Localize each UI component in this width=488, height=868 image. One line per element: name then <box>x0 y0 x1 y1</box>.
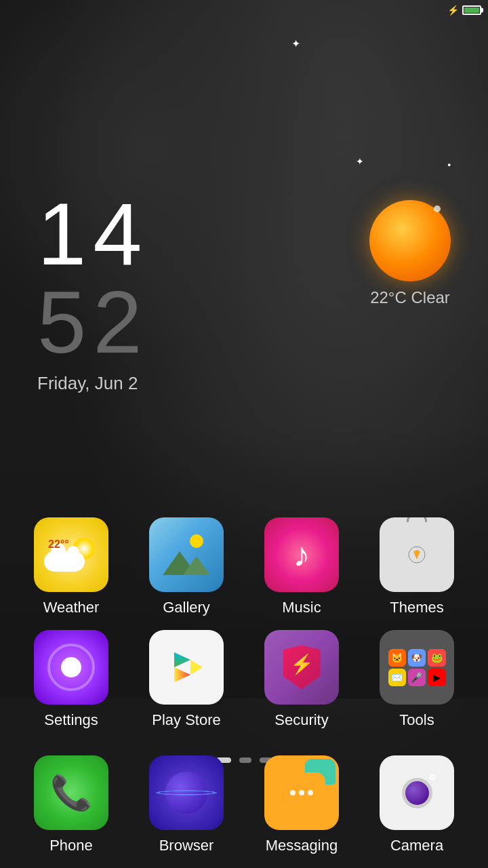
svg-marker-2 <box>174 667 190 682</box>
security-shield-graphic: ⚡ <box>283 646 321 690</box>
app-settings[interactable]: Settings <box>22 630 121 729</box>
gallery-app-label: Gallery <box>163 599 210 616</box>
playstore-triangle-svg <box>166 647 207 688</box>
playstore-inner <box>159 640 214 694</box>
status-bar: ⚡ <box>407 0 488 20</box>
battery-fill <box>464 7 479 13</box>
messaging-dots <box>290 790 313 795</box>
camera-lens <box>402 778 432 808</box>
app-grid: 22°° Weather Gallery ♪ Music <box>0 517 488 743</box>
clock-section: 14 52 Friday, Jun 2 <box>37 190 149 394</box>
star-3: ● <box>447 161 451 168</box>
shirt-sleeve-right <box>434 533 451 549</box>
security-app-icon: ⚡ <box>264 630 339 705</box>
tool-cell-3: 🐸 <box>428 649 445 667</box>
dock: 📞 Phone Browser <box>0 755 488 854</box>
app-music[interactable]: ♪ Music <box>253 517 351 616</box>
settings-inner-circle <box>61 657 81 677</box>
messaging-orange-bubble <box>278 772 325 813</box>
playstore-app-label: Play Store <box>152 711 221 729</box>
settings-app-label: Settings <box>44 711 98 729</box>
tool-cell-2: 🐶 <box>408 649 426 667</box>
app-tools[interactable]: 🐱 🐶 🐸 ✉️ 🎤 ▶ Tools <box>368 630 466 729</box>
shirt-collar <box>409 530 424 538</box>
messaging-app-label: Messaging <box>266 837 338 854</box>
dock-phone[interactable]: 📞 Phone <box>22 755 121 854</box>
app-themes[interactable]: Themes <box>368 517 466 616</box>
weather-cloud-shape <box>44 551 85 572</box>
messaging-app-icon <box>264 755 339 830</box>
dock-row: 📞 Phone Browser <box>14 755 474 854</box>
security-app-label: Security <box>274 711 328 729</box>
tool-cell-1: 🐱 <box>388 649 406 667</box>
app-playstore[interactable]: Play Store <box>138 630 236 729</box>
playstore-app-icon <box>149 630 224 705</box>
themes-shirt-graphic <box>390 528 444 582</box>
tools-app-label: Tools <box>399 711 434 729</box>
browser-planet-ring <box>156 790 217 795</box>
weather-sun-icon <box>369 200 451 281</box>
themes-app-label: Themes <box>390 599 443 616</box>
tool-cell-6: ▶ <box>428 669 445 686</box>
svg-marker-1 <box>174 652 190 667</box>
clock-hour: 14 <box>37 190 149 278</box>
shirt-hanger <box>407 517 427 522</box>
gallery-mountain2 <box>183 556 210 575</box>
phone-app-icon: 📞 <box>34 755 108 830</box>
music-app-label: Music <box>282 599 321 616</box>
phone-app-label: Phone <box>49 837 93 854</box>
tool-cell-4: ✉️ <box>388 669 406 686</box>
battery-icon <box>462 5 481 15</box>
phone-phone-icon: 📞 <box>50 773 92 812</box>
msg-dot-3 <box>308 790 313 795</box>
music-note-icon: ♪ <box>293 535 310 574</box>
msg-dot-1 <box>290 790 296 795</box>
weather-cloud-graphic: 22°° <box>44 534 98 575</box>
app-row-2: Settings <box>14 630 474 729</box>
app-weather[interactable]: 22°° Weather <box>22 517 121 616</box>
msg-dot-2 <box>299 790 304 795</box>
settings-circle-graphic <box>44 640 98 694</box>
weather-app-label: Weather <box>43 599 100 616</box>
shirt-logo-svg <box>407 545 427 565</box>
tool-cell-5: 🎤 <box>408 669 426 686</box>
browser-planet-graphic <box>159 766 214 820</box>
camera-app-label: Camera <box>390 837 443 854</box>
app-gallery[interactable]: Gallery <box>138 517 236 616</box>
clock-date: Friday, Jun 2 <box>37 373 149 394</box>
gallery-app-icon <box>149 517 224 592</box>
themes-app-icon <box>380 517 454 592</box>
gallery-sun <box>190 534 203 548</box>
messaging-graphic <box>274 766 329 820</box>
browser-app-icon <box>149 755 224 830</box>
app-security[interactable]: ⚡ Security <box>253 630 351 729</box>
tools-app-icon: 🐱 🐶 🐸 ✉️ 🎤 ▶ <box>380 630 454 705</box>
app-row-1: 22°° Weather Gallery ♪ Music <box>14 517 474 616</box>
camera-app-icon <box>380 755 454 830</box>
weather-widget[interactable]: 22°C Clear <box>369 200 451 307</box>
weather-temp-label: 22°° <box>48 538 69 551</box>
weather-label: 22°C Clear <box>370 288 450 307</box>
gallery-graphic <box>159 528 214 582</box>
charging-icon: ⚡ <box>447 5 459 16</box>
shirt-sleeve-left <box>383 533 399 549</box>
browser-app-label: Browser <box>159 837 214 854</box>
shield-bolt-icon: ⚡ <box>290 653 314 675</box>
settings-app-icon <box>34 630 108 705</box>
dock-browser[interactable]: Browser <box>138 755 236 854</box>
clock-minute: 52 <box>37 278 149 366</box>
dock-messaging[interactable]: Messaging <box>253 755 351 854</box>
star-2: ✦ <box>356 156 364 167</box>
tools-grid-graphic: 🐱 🐶 🐸 ✉️ 🎤 ▶ <box>388 649 446 686</box>
camera-outer-ring <box>390 766 444 820</box>
svg-marker-3 <box>190 660 203 675</box>
weather-app-icon: 22°° <box>34 517 108 592</box>
camera-shine <box>429 774 436 781</box>
music-app-icon: ♪ <box>264 517 339 592</box>
shirt-body <box>396 538 437 572</box>
dock-camera[interactable]: Camera <box>368 755 466 854</box>
star-1: ✦ <box>291 37 300 50</box>
